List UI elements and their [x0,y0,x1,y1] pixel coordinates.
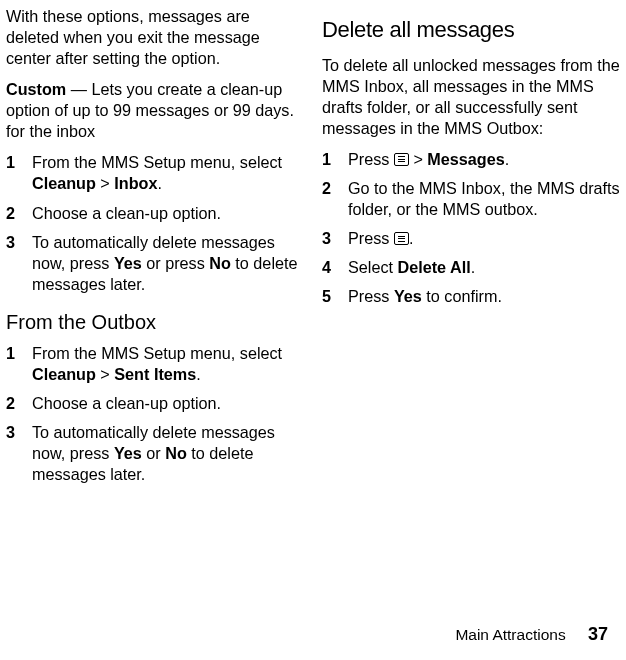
bold-text: Inbox [114,174,157,192]
text-fragment: > [96,365,114,383]
bold-text: Delete All [398,258,471,276]
bold-text: No [209,254,231,272]
custom-label: Custom [6,80,66,98]
list-text: To automatically delete messages now, pr… [32,232,304,295]
page-content: With these options, messages are deleted… [6,6,620,611]
list-number: 2 [322,178,348,220]
list-number: 3 [6,422,32,485]
list-text: Press Yes to confirm. [348,286,620,307]
bold-text: Messages [427,150,504,168]
list-number: 1 [6,152,32,194]
list-text: Select Delete All. [348,257,620,278]
list-number: 3 [322,228,348,249]
delete-step-5: 5 Press Yes to confirm. [322,286,620,307]
footer-section: Main Attractions [455,626,565,643]
list-number: 1 [6,343,32,385]
bold-text: Cleanup [32,365,96,383]
intro-paragraph: With these options, messages are deleted… [6,6,304,69]
list-number: 2 [6,203,32,224]
bold-text: Yes [394,287,422,305]
text-fragment: Select [348,258,398,276]
bold-text: Yes [114,254,142,272]
text-fragment: From the MMS Setup menu, select [32,344,282,362]
list-text: Go to the MMS Inbox, the MMS drafts fold… [348,178,620,220]
text-fragment: Press [348,229,394,247]
list-number: 3 [6,232,32,295]
custom-paragraph: Custom — Lets you create a clean-up opti… [6,79,304,142]
list-number: 5 [322,286,348,307]
delete-all-heading: Delete all messages [322,16,620,45]
list-text: From the MMS Setup menu, select Cleanup … [32,343,304,385]
page-number: 37 [588,624,608,644]
text-fragment: . [505,150,510,168]
delete-step-2: 2 Go to the MMS Inbox, the MMS drafts fo… [322,178,620,220]
menu-icon [394,232,409,245]
page-footer: Main Attractions 37 [455,623,608,646]
outbox-step-1: 1 From the MMS Setup menu, select Cleanu… [6,343,304,385]
delete-step-3: 3 Press . [322,228,620,249]
list-text: Press . [348,228,620,249]
text-fragment: or press [142,254,209,272]
list-number: 2 [6,393,32,414]
text-fragment: or [142,444,165,462]
text-fragment: From the MMS Setup menu, select [32,153,282,171]
list-text: Choose a clean-up option. [32,393,304,414]
text-fragment: . [471,258,476,276]
list-number: 4 [322,257,348,278]
inbox-step-2: 2 Choose a clean-up option. [6,203,304,224]
delete-intro: To delete all unlocked messages from the… [322,55,620,139]
list-number: 1 [322,149,348,170]
inbox-step-1: 1 From the MMS Setup menu, select Cleanu… [6,152,304,194]
right-column: Delete all messages To delete all unlock… [322,6,620,611]
inbox-step-3: 3 To automatically delete messages now, … [6,232,304,295]
delete-step-4: 4 Select Delete All. [322,257,620,278]
text-fragment: > [409,150,427,168]
text-fragment: . [196,365,201,383]
left-column: With these options, messages are deleted… [6,6,304,611]
list-text: Choose a clean-up option. [32,203,304,224]
menu-icon [394,153,409,166]
text-fragment: . [157,174,162,192]
list-text: From the MMS Setup menu, select Cleanup … [32,152,304,194]
text-fragment: Press [348,287,394,305]
bold-text: Cleanup [32,174,96,192]
outbox-heading: From the Outbox [6,309,304,335]
text-fragment: . [409,229,414,247]
text-fragment: Press [348,150,394,168]
text-fragment: to confirm. [422,287,502,305]
outbox-step-3: 3 To automatically delete messages now, … [6,422,304,485]
outbox-step-2: 2 Choose a clean-up option. [6,393,304,414]
bold-text: Yes [114,444,142,462]
bold-text: No [165,444,187,462]
delete-step-1: 1 Press > Messages. [322,149,620,170]
list-text: To automatically delete messages now, pr… [32,422,304,485]
bold-text: Sent Items [114,365,196,383]
text-fragment: > [96,174,114,192]
list-text: Press > Messages. [348,149,620,170]
